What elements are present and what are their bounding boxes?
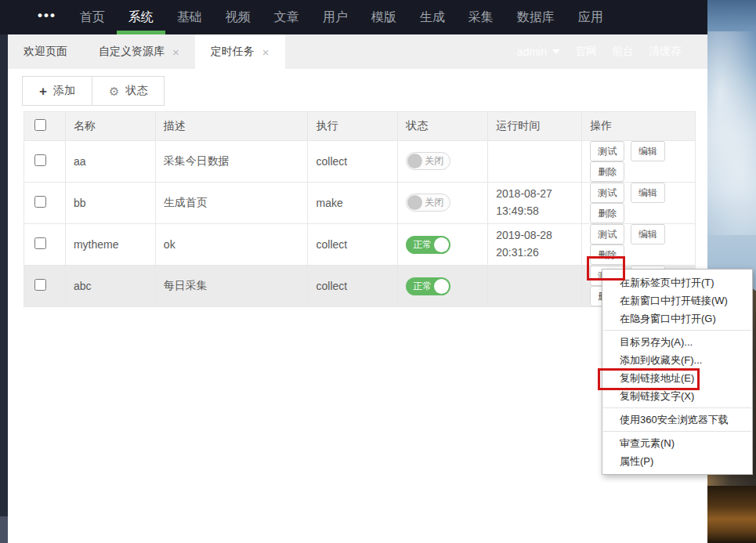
tab-label: 定时任务 (211, 45, 255, 59)
cell-name: bb (65, 183, 155, 224)
cell-runtime (488, 141, 582, 183)
cell-exec: make (308, 183, 398, 224)
row-checkbox[interactable] (34, 237, 46, 249)
tab-bar: 欢迎页面 自定义资源库 × 定时任务 × admin 官网前台清缓存 (8, 34, 707, 69)
cell-runtime: 2018-08-27 13:49:58 (488, 183, 582, 224)
context-menu-item[interactable]: 使用360安全浏览器下载 (602, 411, 752, 429)
context-menu-item[interactable]: 审查元素(N) (602, 434, 752, 452)
context-menu-item[interactable]: 目标另存为(A)... (602, 333, 752, 351)
nav-item[interactable]: 模版 (360, 0, 408, 34)
delete-button[interactable]: 删除 (590, 161, 624, 182)
status-toggle-label: 正常 (413, 238, 432, 252)
user-links: 官网前台清缓存 (575, 45, 682, 59)
toggle-knob (407, 154, 422, 168)
test-button[interactable]: 测试 (590, 141, 624, 161)
nav-items: 首页系统基础视频文章用户模版生成采集数据库应用 (68, 0, 615, 34)
cell-desc: ok (155, 224, 308, 266)
context-menu-item[interactable]: 在隐身窗口中打开(G) (602, 310, 752, 328)
nav-item[interactable]: 应用 (566, 0, 615, 34)
header-name: 名称 (65, 112, 155, 141)
highlight-box-test-button (587, 256, 625, 281)
more-icon[interactable]: ••• (26, 0, 68, 34)
test-button[interactable]: 测试 (590, 224, 624, 244)
nav-item[interactable]: 采集 (457, 0, 505, 34)
nav-item[interactable]: 数据库 (505, 0, 566, 34)
nav-item[interactable]: 首页 (68, 0, 117, 34)
edit-button[interactable]: 编辑 (631, 141, 665, 161)
user-menu: admin 官网前台清缓存 (517, 34, 682, 69)
toolbar: + 添加 ⚙ 状态 (22, 76, 165, 106)
nav-item[interactable]: 用户 (311, 0, 360, 34)
row-checkbox[interactable] (34, 279, 46, 291)
context-menu-item[interactable]: 添加到收藏夹(F)... (602, 351, 752, 369)
add-button[interactable]: + 添加 (22, 76, 92, 106)
cell-exec: collect (308, 141, 398, 183)
tab[interactable]: 欢迎页面 (8, 34, 83, 69)
header-runtime: 运行时间 (488, 112, 582, 141)
tab[interactable]: 自定义资源库 × (83, 34, 195, 69)
context-menu-separator (603, 431, 751, 432)
cell-name: mytheme (65, 224, 155, 266)
table-row: bb 生成首页 make 关闭 2018-08-27 13:49:58 测试 编… (24, 183, 696, 224)
nav-item[interactable]: 系统 (117, 0, 165, 34)
header-status: 状态 (398, 112, 488, 141)
edit-button[interactable]: 编辑 (631, 224, 665, 244)
tab-label: 自定义资源库 (99, 45, 165, 59)
cell-desc: 每日采集 (155, 266, 308, 307)
nav-item[interactable]: 视频 (214, 0, 262, 34)
context-menu-separator (603, 407, 751, 408)
user-link[interactable]: 前台 (612, 45, 634, 59)
tab-label: 欢迎页面 (24, 45, 67, 59)
nav-item[interactable]: 基础 (165, 0, 214, 34)
status-toggle-label: 关闭 (425, 154, 443, 168)
tabs: 欢迎页面 自定义资源库 × 定时任务 × (8, 34, 285, 69)
table-row: aa 采集今日数据 collect 关闭 测试 编辑 删除 (24, 141, 696, 183)
toggle-knob (407, 195, 422, 210)
header-exec: 执行 (308, 112, 398, 141)
status-toggle[interactable]: 正常 (406, 277, 450, 295)
toggle-knob (434, 237, 449, 252)
admin-username: admin (517, 45, 547, 58)
status-toggle[interactable]: 关闭 (406, 152, 450, 170)
context-menu-item[interactable]: 在新窗口中打开链接(W) (602, 291, 752, 310)
cell-runtime (488, 266, 582, 307)
status-toggle[interactable]: 正常 (406, 236, 450, 254)
left-sidebar-strip (0, 34, 8, 543)
close-tab-icon[interactable]: × (172, 46, 179, 58)
status-button-label: 状态 (125, 84, 147, 98)
plus-icon: + (39, 85, 47, 98)
row-checkbox[interactable] (34, 196, 46, 208)
tab[interactable]: 定时任务 × (195, 34, 285, 69)
status-toggle-label: 正常 (413, 280, 432, 293)
user-link[interactable]: 清缓存 (649, 45, 682, 59)
cell-actions: 测试 编辑 删除 (582, 183, 696, 224)
cell-name: abc (65, 266, 155, 307)
admin-dropdown[interactable]: admin (517, 45, 560, 58)
nav-item[interactable]: 文章 (262, 0, 311, 34)
edit-button[interactable]: 编辑 (631, 183, 665, 203)
cell-actions: 测试 编辑 删除 (582, 141, 696, 183)
caret-down-icon (552, 49, 560, 54)
cell-runtime: 2019-08-28 20:31:26 (488, 224, 582, 266)
status-toggle[interactable]: 关闭 (406, 194, 450, 212)
highlight-box-copy-link-address (598, 368, 700, 390)
toggle-knob (434, 279, 449, 294)
top-navbar: ••• 首页系统基础视频文章用户模版生成采集数据库应用 (0, 0, 707, 34)
delete-button[interactable]: 删除 (590, 203, 624, 223)
close-tab-icon[interactable]: × (262, 46, 269, 58)
user-link[interactable]: 官网 (575, 45, 597, 59)
test-button[interactable]: 测试 (590, 183, 624, 203)
cell-exec: collect (308, 224, 398, 266)
status-toggle-label: 关闭 (425, 196, 443, 209)
row-checkbox[interactable] (34, 154, 46, 166)
nav-item[interactable]: 生成 (408, 0, 457, 34)
cell-exec: collect (308, 266, 398, 307)
status-button[interactable]: ⚙ 状态 (92, 76, 165, 106)
cell-name: aa (65, 141, 155, 183)
select-all-checkbox[interactable] (34, 119, 46, 131)
left-sidebar-strip-bottom (0, 516, 8, 543)
context-menu-separator (603, 330, 751, 331)
header-desc: 描述 (155, 112, 308, 141)
context-menu-item[interactable]: 属性(P) (602, 452, 752, 470)
header-actions: 操作 (582, 112, 696, 141)
